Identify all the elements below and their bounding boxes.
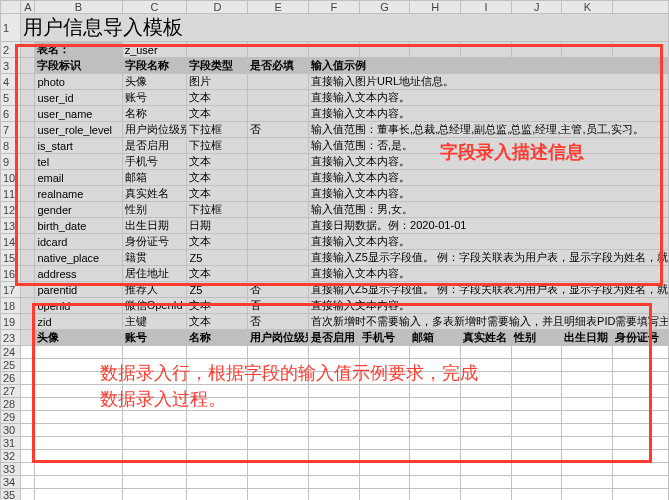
cell[interactable] [21,42,35,58]
cell[interactable] [21,489,35,501]
cell[interactable] [613,42,669,58]
cell[interactable]: 直接输入文本内容。 [309,90,669,106]
row-header[interactable]: 24 [1,346,21,359]
cell[interactable] [613,476,669,489]
cell[interactable] [410,450,461,463]
cell[interactable] [21,154,35,170]
cell[interactable]: 头像 [35,330,122,346]
cell[interactable] [248,463,309,476]
cell[interactable] [309,385,360,398]
cell[interactable]: 居住地址 [122,266,187,282]
row-header[interactable]: 23 [1,330,21,346]
cell[interactable]: 账号 [122,330,187,346]
cell[interactable] [35,450,122,463]
row-header[interactable]: 16 [1,266,21,282]
row-header[interactable]: 10 [1,170,21,186]
cell[interactable] [248,90,309,106]
spreadsheet[interactable]: ABCDEFGHIJK 1用户信息导入模板2表名：z_user3字段标识字段名称… [0,0,669,500]
cell[interactable]: 字段名称 [122,58,187,74]
cell[interactable] [21,424,35,437]
cell[interactable] [309,463,360,476]
cell[interactable] [309,411,360,424]
row-header[interactable]: 2 [1,42,21,58]
cell[interactable] [21,74,35,90]
cell[interactable] [248,476,309,489]
cell[interactable]: 输入值示例 [309,58,669,74]
cell[interactable]: user_role_level [35,122,122,138]
cell[interactable]: user_name [35,106,122,122]
cell[interactable] [410,463,461,476]
cell[interactable] [187,372,248,385]
cell[interactable] [562,476,613,489]
cell[interactable] [613,411,669,424]
cell[interactable] [35,385,122,398]
cell[interactable] [122,476,187,489]
cell[interactable] [248,106,309,122]
cell[interactable] [248,346,309,359]
cell[interactable] [511,489,562,501]
cell[interactable]: idcard [35,234,122,250]
cell[interactable] [359,424,410,437]
cell[interactable] [461,489,512,501]
cell[interactable] [35,463,122,476]
cell[interactable]: 直接输入文本内容。 [309,266,669,282]
cell[interactable] [562,359,613,372]
cell[interactable] [461,385,512,398]
cell[interactable]: 是否启用 [122,138,187,154]
cell[interactable] [21,266,35,282]
cell[interactable] [187,476,248,489]
cell[interactable] [122,372,187,385]
column-header[interactable]: E [248,1,309,14]
cell[interactable] [35,437,122,450]
row-header[interactable]: 32 [1,450,21,463]
cell[interactable] [359,398,410,411]
row-header[interactable]: 34 [1,476,21,489]
cell[interactable] [359,463,410,476]
cell[interactable]: 籍贯 [122,250,187,266]
cell[interactable] [21,90,35,106]
cell[interactable]: 直接输入文本内容。 [309,154,669,170]
cell[interactable]: 名称 [187,330,248,346]
cell[interactable] [410,489,461,501]
cell[interactable]: 首次新增时不需要输入，多表新增时需要输入，并且明细表PID需要填写主表主键 [309,314,669,330]
cell[interactable] [309,450,360,463]
cell[interactable] [35,372,122,385]
row-header[interactable]: 7 [1,122,21,138]
cell[interactable]: 直接输入Z5显示字段值。 例：字段关联表为用户表，显示字段为姓名，就直接输入 [309,282,669,298]
cell[interactable] [562,372,613,385]
cell[interactable]: 直接输入文本内容。 [309,106,669,122]
cell[interactable]: parentid [35,282,122,298]
cell[interactable] [461,437,512,450]
cell[interactable]: 下拉框 [187,122,248,138]
cell[interactable] [248,359,309,372]
cell[interactable]: 字段标识 [35,58,122,74]
row-header[interactable]: 27 [1,385,21,398]
cell[interactable] [21,463,35,476]
row-header[interactable]: 25 [1,359,21,372]
row-header[interactable]: 35 [1,489,21,501]
cell[interactable]: 文本 [187,90,248,106]
cell[interactable] [248,489,309,501]
cell[interactable] [21,122,35,138]
cell[interactable] [410,424,461,437]
cell[interactable] [122,450,187,463]
column-header[interactable]: D [187,1,248,14]
cell[interactable] [21,202,35,218]
cell[interactable] [122,398,187,411]
cell[interactable] [461,424,512,437]
cell[interactable] [21,330,35,346]
cell[interactable]: native_place [35,250,122,266]
cell[interactable]: 直接输入文本内容。 [309,186,669,202]
cell[interactable] [461,372,512,385]
cell[interactable] [461,476,512,489]
cell[interactable]: 性别 [511,330,562,346]
cell[interactable]: tel [35,154,122,170]
cell[interactable] [359,450,410,463]
cell[interactable]: 名称 [122,106,187,122]
cell[interactable]: 文本 [187,170,248,186]
cell[interactable] [410,398,461,411]
cell[interactable] [248,437,309,450]
cell[interactable] [21,314,35,330]
cell[interactable]: 否 [248,282,309,298]
row-header[interactable]: 17 [1,282,21,298]
